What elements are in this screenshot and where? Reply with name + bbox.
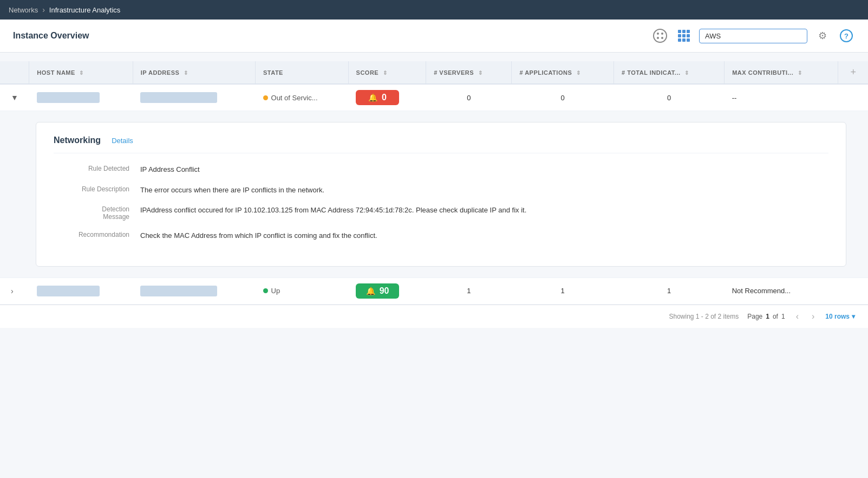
detail-title: Networking (54, 135, 101, 145)
sort-icon-vservers: ⇕ (478, 70, 483, 76)
value-rule-detected: IP Address Conflict (140, 164, 200, 175)
col-ipaddress[interactable]: IP ADDRESS ⇕ (133, 61, 255, 84)
expanded-inner: Networking Details Rule Detected IP Addr… (0, 111, 868, 277)
hostname-cell-1: ███ ██████ (29, 84, 133, 111)
page-label: Page (747, 313, 762, 320)
detail-row-rule-description: Rule Description The error occurs when t… (54, 185, 828, 196)
table-grid-icon (678, 30, 690, 42)
col-applications[interactable]: # APPLICATIONS ⇕ (512, 61, 614, 84)
col-contribution[interactable]: MAX CONTRIBUTI... ⇕ (725, 61, 838, 84)
contribution-cell-2: Not Recommend... (725, 277, 838, 304)
ip-value-1: ███████ ██ ██ (140, 92, 217, 103)
state-value-2: Up (263, 287, 341, 295)
page-prev-button[interactable]: ‹ (794, 311, 801, 322)
rows-label: 10 rows (825, 313, 850, 320)
sort-icon-score: ⇕ (383, 70, 388, 76)
col-hostname[interactable]: HOST NAME ⇕ (29, 61, 133, 84)
score-icon-2: 🔔 (366, 287, 375, 295)
score-badge-2: 🔔 90 (356, 283, 399, 299)
nav-parent[interactable]: Networks (9, 6, 38, 14)
detail-panel: Networking Details Rule Detected IP Addr… (36, 122, 846, 267)
pagination-bar: Showing 1 - 2 of 2 items Page 1 of 1 ‹ ›… (0, 305, 868, 328)
sort-icon-ind: ⇕ (684, 70, 689, 76)
table-row: › ███ ██████ ███████ ██ ██ Up (0, 277, 868, 304)
score-icon-1: 🔔 (368, 93, 377, 102)
nav-separator: › (42, 5, 45, 14)
help-button[interactable]: ? (838, 27, 855, 44)
detail-panel-header: Networking Details (54, 135, 828, 153)
score-cell-2: 🔔 90 (348, 277, 426, 304)
table-view-button[interactable] (675, 27, 693, 44)
table-header-row: HOST NAME ⇕ IP ADDRESS ⇕ STATE SCORE ⇕ #… (0, 61, 868, 84)
page-title: Instance Overview (13, 31, 89, 41)
value-recommendation: Check the MAC Address from which IP conf… (140, 230, 377, 241)
hostname-value-1: ███ ██████ (37, 92, 100, 103)
sort-icon-contrib: ⇕ (798, 70, 802, 76)
main-area: Instance Overview ⚙ (0, 20, 868, 478)
ip-value-2: ███████ ██ ██ (140, 286, 217, 296)
detail-row-recommendation: Recommondation Check the MAC Address fro… (54, 230, 828, 241)
sort-icon-ip: ⇕ (184, 70, 188, 76)
sort-icon-hostname: ⇕ (79, 70, 84, 76)
indicators-cell-1: 0 (614, 84, 725, 111)
extra-cell-1 (838, 84, 868, 111)
applications-cell-1: 0 (512, 84, 614, 111)
label-detection-message: DetectionMessage (54, 205, 140, 221)
settings-button[interactable]: ⚙ (814, 27, 831, 44)
col-state[interactable]: STATE (256, 61, 349, 84)
expand-row2-button[interactable]: › (8, 286, 17, 296)
top-nav: Networks › Infrastructure Analytics (0, 0, 868, 20)
page-current: 1 (766, 313, 769, 320)
gear-icon: ⚙ (818, 30, 827, 42)
label-rule-description: Rule Description (54, 185, 140, 193)
search-input[interactable] (699, 29, 807, 43)
contribution-cell-1: -- (725, 84, 838, 111)
value-rule-description: The error occurs when there are IP confl… (140, 185, 324, 196)
col-vservers[interactable]: # VSERVERS ⇕ (426, 61, 512, 84)
col-indicators[interactable]: # TOTAL INDICAT... ⇕ (614, 61, 725, 84)
page-next-button[interactable]: › (810, 311, 817, 322)
rows-chevron-icon: ▾ (852, 313, 855, 320)
expanded-detail-row: Networking Details Rule Detected IP Addr… (0, 111, 868, 278)
page-of: of (773, 313, 778, 320)
label-rule-detected: Rule Detected (54, 164, 140, 172)
ip-cell-2: ███████ ██ ██ (133, 277, 255, 304)
details-link[interactable]: Details (112, 137, 133, 145)
detail-row-rule-detected: Rule Detected IP Address Conflict (54, 164, 828, 175)
scatter-icon (653, 29, 667, 43)
add-column-button[interactable]: + (846, 67, 860, 78)
scatter-icon-button[interactable] (651, 27, 669, 44)
score-cell-1: 🔔 0 (348, 84, 426, 111)
label-recommendation: Recommondation (54, 230, 140, 238)
page-total: 1 (781, 313, 785, 320)
expand-row1-button[interactable]: ▼ (8, 92, 22, 103)
col-expand (0, 61, 29, 84)
rows-per-page-select[interactable]: 10 rows ▾ (825, 313, 855, 320)
indicators-cell-2: 1 (614, 277, 725, 304)
vservers-cell-1: 0 (426, 84, 512, 111)
table-container: HOST NAME ⇕ IP ADDRESS ⇕ STATE SCORE ⇕ #… (0, 61, 868, 305)
ip-cell-1: ███████ ██ ██ (133, 84, 255, 111)
page-header: Instance Overview ⚙ (0, 20, 868, 53)
expand-cell: ▼ (0, 84, 29, 111)
expanded-detail-cell: Networking Details Rule Detected IP Addr… (0, 111, 868, 278)
hostname-cell-2: ███ ██████ (29, 277, 133, 304)
state-cell-1: Out of Servic... (256, 84, 349, 111)
pagination-info: Showing 1 - 2 of 2 items (669, 313, 739, 320)
state-dot-1 (263, 95, 268, 100)
col-score[interactable]: SCORE ⇕ (348, 61, 426, 84)
instance-table: HOST NAME ⇕ IP ADDRESS ⇕ STATE SCORE ⇕ #… (0, 61, 868, 305)
applications-cell-2: 1 (512, 277, 614, 304)
col-add: + (838, 61, 868, 84)
state-dot-2 (263, 288, 268, 293)
sort-icon-apps: ⇕ (576, 70, 581, 76)
state-value-1: Out of Servic... (263, 94, 341, 102)
vservers-cell-2: 1 (426, 277, 512, 304)
expand-cell-2: › (0, 277, 29, 304)
header-controls: ⚙ ? (651, 27, 855, 44)
pagination-page: Page 1 of 1 (747, 313, 785, 320)
value-detection-message: IPAddress conflict occured for IP 10.102… (140, 205, 526, 216)
nav-current: Infrastructure Analytics (49, 6, 121, 14)
score-badge-1: 🔔 0 (356, 90, 399, 105)
table-row: ▼ ███ ██████ ███████ ██ ██ Out of Servic… (0, 84, 868, 111)
